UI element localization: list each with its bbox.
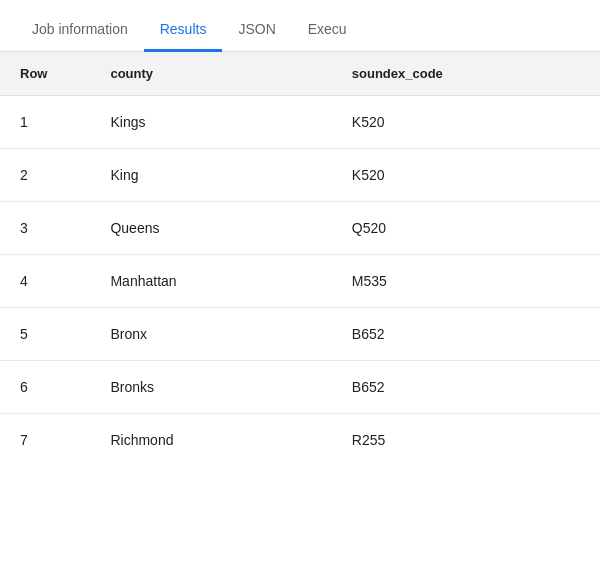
table-row: 3QueensQ520 xyxy=(0,202,600,255)
column-header-row: Row xyxy=(0,52,90,96)
table-row: 7RichmondR255 xyxy=(0,414,600,467)
cell-soundex-code: K520 xyxy=(332,149,600,202)
cell-county: Bronks xyxy=(90,361,331,414)
cell-soundex-code: R255 xyxy=(332,414,600,467)
table-row: 6BronksB652 xyxy=(0,361,600,414)
cell-soundex-code: K520 xyxy=(332,96,600,149)
cell-soundex-code: Q520 xyxy=(332,202,600,255)
tab-execu[interactable]: Execu xyxy=(292,7,363,52)
cell-soundex-code: M535 xyxy=(332,255,600,308)
cell-county: King xyxy=(90,149,331,202)
cell-row-number: 3 xyxy=(0,202,90,255)
results-table-container: Row county soundex_code 1KingsK5202KingK… xyxy=(0,52,600,466)
cell-county: Queens xyxy=(90,202,331,255)
column-header-county: county xyxy=(90,52,331,96)
table-row: 1KingsK520 xyxy=(0,96,600,149)
cell-soundex-code: B652 xyxy=(332,361,600,414)
cell-row-number: 5 xyxy=(0,308,90,361)
tabs-bar: Job information Results JSON Execu xyxy=(0,0,600,52)
cell-row-number: 2 xyxy=(0,149,90,202)
column-header-soundex: soundex_code xyxy=(332,52,600,96)
cell-county: Manhattan xyxy=(90,255,331,308)
results-table: Row county soundex_code 1KingsK5202KingK… xyxy=(0,52,600,466)
table-row: 2KingK520 xyxy=(0,149,600,202)
tab-json[interactable]: JSON xyxy=(222,7,291,52)
cell-county: Kings xyxy=(90,96,331,149)
table-row: 4ManhattanM535 xyxy=(0,255,600,308)
cell-row-number: 1 xyxy=(0,96,90,149)
cell-row-number: 4 xyxy=(0,255,90,308)
cell-soundex-code: B652 xyxy=(332,308,600,361)
table-row: 5BronxB652 xyxy=(0,308,600,361)
tab-results[interactable]: Results xyxy=(144,7,223,52)
table-header-row: Row county soundex_code xyxy=(0,52,600,96)
tab-job-information[interactable]: Job information xyxy=(16,7,144,52)
cell-county: Richmond xyxy=(90,414,331,467)
cell-county: Bronx xyxy=(90,308,331,361)
cell-row-number: 7 xyxy=(0,414,90,467)
cell-row-number: 6 xyxy=(0,361,90,414)
